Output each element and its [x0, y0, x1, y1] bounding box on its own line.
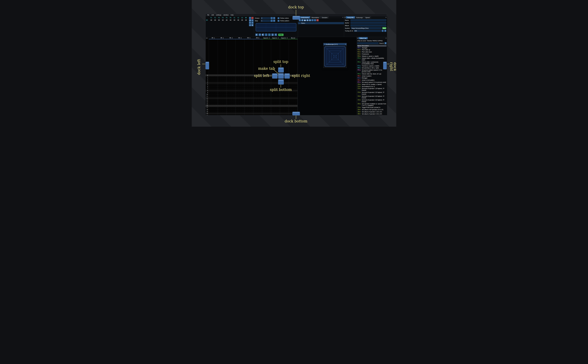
pattern-cell[interactable]: ··· ·· ·· ····	[235, 86, 244, 87]
pattern-cell[interactable]: ··· ·· ·· ····	[280, 109, 289, 110]
pattern-cell[interactable]: ··· ·· ·· ····	[244, 109, 253, 110]
effect-row-04xy[interactable]: 04xyVibrato (x: speed; y: depth)	[357, 55, 387, 57]
pattern-cell[interactable]: ··· ·· ·· ····	[244, 86, 253, 87]
pattern-cell[interactable]: ··· ·· ·· ····	[218, 82, 227, 84]
pattern-cell[interactable]: ··· ·· ·· ····	[226, 88, 235, 89]
pattern-cell[interactable]: ··· ·· ·· ····	[235, 107, 244, 108]
pattern-cell[interactable]: ··· ·· ·· ····	[209, 88, 218, 89]
tuning-decrease-button[interactable]: -	[382, 30, 384, 32]
author-input[interactable]	[350, 22, 386, 24]
pattern-cell[interactable]: ··· ·· ·· ····	[226, 113, 235, 114]
pattern-cell[interactable]: ··· ·· ·· ····	[253, 111, 262, 112]
oscilloscope-collapse-icon[interactable]: ▼	[324, 44, 325, 45]
pattern-cell[interactable]: ··· ·· ·· ····	[280, 103, 289, 104]
pattern-cell[interactable]: ··· ·· ·· ····	[209, 107, 218, 108]
remove-order-button[interactable]: −	[251, 17, 253, 19]
pattern-cell[interactable]: ··· ·· ·· ····	[271, 101, 280, 103]
dock-target-split-top[interactable]	[278, 67, 284, 72]
order-value-s3[interactable]: 00	[240, 20, 244, 21]
pattern-cell[interactable]: ··· ·· ·· ····	[209, 98, 218, 99]
pattern-expand-corner[interactable]: ++	[205, 37, 209, 39]
pattern-cell[interactable]: ··· ·· ·· ····	[218, 98, 227, 99]
pattern-cell[interactable]: ··· ·· ·· ····	[218, 78, 227, 80]
pattern-cell[interactable]: ··· ·· ·· ····	[244, 101, 253, 103]
pattern-cell[interactable]: ··· ·· ·· ····	[209, 96, 218, 97]
effect-row-19xx[interactable]: 19xxSet attack of all operators (0 to 1F…	[357, 109, 387, 111]
move-instrument-down-button[interactable]: ↓	[314, 19, 316, 21]
pattern-cell[interactable]: ··· ·· ·· ····	[226, 86, 235, 87]
octave-decrease-button[interactable]: -	[271, 17, 273, 19]
effect-search-input[interactable]	[357, 42, 379, 44]
pattern-cell[interactable]: ··· ·· ·· ····	[235, 96, 244, 97]
effect-row-06xy[interactable]: 06xyVolume slide + portamento (compatibi…	[357, 61, 387, 65]
effect-row-15xx[interactable]: 15xxSet level of operator 4 (0 highest, …	[357, 99, 387, 103]
pattern-cell[interactable]: ··· ·· ·· ····	[262, 84, 271, 85]
pattern-cell[interactable]: ··· ·· ·· ····	[235, 92, 244, 93]
pattern-cell[interactable]: ··· ·· ·· ····	[253, 80, 262, 82]
dock-target-make-tab[interactable]	[278, 73, 284, 79]
pattern-cell[interactable]: ··· ·· ·· ····	[262, 80, 271, 82]
dock-target-split-right[interactable]	[284, 73, 290, 78]
pattern-cell[interactable]: ··· ·· ·· ····	[253, 105, 262, 106]
oscilloscope-close-icon[interactable]: ×	[345, 43, 346, 45]
pattern-cell[interactable]: ··· ·· ·· ····	[209, 101, 218, 103]
pattern-cell[interactable]: ··· ·· ·· ····	[226, 92, 235, 93]
order-value-f6[interactable]: 00	[229, 20, 232, 21]
pattern-cell[interactable]: ··· ·· ·· ····	[289, 80, 297, 82]
pattern-cell[interactable]: ··· ·· ·· ····	[280, 113, 289, 114]
instrument-list-item[interactable]: ○- None -	[298, 22, 344, 24]
pattern-cell[interactable]: ··· ·· ·· ····	[262, 92, 271, 93]
pattern-cell[interactable]: ··· ·· ·· ····	[235, 80, 244, 82]
octave-increase-button[interactable]: +	[273, 17, 275, 19]
pattern-cell[interactable]: ··· ·· ·· ····	[244, 107, 253, 108]
pattern-cell[interactable]: ··· ·· ·· ····	[226, 107, 235, 108]
pattern-cell[interactable]: ··· ·· ·· ····	[253, 98, 262, 99]
pattern-cell[interactable]: ··· ·· ·· ····	[235, 90, 244, 91]
pattern-cell[interactable]: ··· ·· ·· ····	[218, 92, 227, 93]
pattern-cell[interactable]: ··· ·· ·· ····	[218, 111, 227, 112]
pattern-cell[interactable]: ··· ·· ·· ····	[253, 90, 262, 91]
follow-pattern-checkbox[interactable]: ✓	[278, 20, 279, 22]
channel-header-square-1[interactable]: Square 1	[262, 37, 271, 39]
pattern-cell[interactable]: ··· ·· ·· ····	[244, 113, 253, 114]
channel-header-square-2[interactable]: Square 2	[271, 37, 280, 39]
pattern-cell[interactable]: ··· ·· ·· ····	[226, 94, 235, 95]
pattern-cell[interactable]: ··· ·· ·· ····	[271, 103, 280, 104]
pattern-cell[interactable]: ··· ·· ·· ····	[289, 92, 297, 93]
pattern-cell[interactable]: ··· ·· ·· ····	[218, 88, 227, 89]
effect-row-02xx[interactable]: 02xxPitch slide down	[357, 51, 387, 53]
pattern-cell[interactable]: ··· ·· ·· ····	[235, 84, 244, 85]
pattern-cell[interactable]: ··· ·· ·· ····	[262, 82, 271, 84]
pattern-cell[interactable]: ··· ·· ·· ····	[226, 90, 235, 91]
pattern-cell[interactable]: ··· ·· ·· ····	[226, 109, 235, 110]
pattern-cell[interactable]: ··· ·· ·· ····	[209, 84, 218, 85]
pattern-cell[interactable]: ··· ·· ·· ····	[289, 99, 297, 101]
pattern-cell[interactable]: ··· ·· ·· ····	[218, 103, 227, 104]
pattern-cell[interactable]: ··· ·· ·· ····	[244, 75, 253, 76]
pattern-cell[interactable]: ··· ·· ·· ····	[271, 86, 280, 87]
effect-row-14xx[interactable]: 14xxSet level of operator 3 (0 highest, …	[357, 95, 387, 99]
pattern-cell[interactable]: ··· ·· ·· ····	[262, 109, 271, 110]
tuning-input[interactable]: 440	[354, 30, 381, 32]
effect-row-0Bxx[interactable]: 0BxxJump to pattern	[357, 75, 387, 77]
step-one-row-button[interactable]: ↓	[265, 33, 267, 36]
pattern-cell[interactable]: ··· ·· ·· ····	[209, 113, 218, 114]
pattern-cell[interactable]: ··· ·· ·· ····	[262, 115, 271, 115]
pattern-cell[interactable]: ··· ·· ·· ····	[253, 115, 262, 115]
repeat-pattern-button[interactable]: ↻	[275, 33, 277, 36]
tab-instruments[interactable]: Instruments	[300, 16, 310, 19]
menu-edit[interactable]: edit	[211, 14, 215, 16]
orders-row[interactable]: 00 00000000000000000000	[206, 20, 248, 21]
menu-file[interactable]: file	[206, 14, 210, 16]
pattern-cell[interactable]: ··· ·· ·· ····	[289, 84, 297, 85]
pattern-cell[interactable]: ··· ·· ·· ····	[271, 107, 280, 108]
step-input[interactable]: 1	[261, 20, 270, 22]
pattern-cell[interactable]: ··· ·· ·· ····	[253, 109, 262, 110]
pattern-cell[interactable]: ··· ·· ·· ····	[280, 94, 289, 95]
duplicate-order-end-button[interactable]: ⇓	[251, 22, 253, 24]
pattern-cell[interactable]: ··· ·· ·· ····	[289, 101, 297, 103]
order-value-f5[interactable]: 00	[225, 20, 229, 21]
pattern-cell[interactable]: ··· ·· ·· ····	[235, 94, 244, 95]
poly-toggle-button[interactable]: Poly	[278, 34, 284, 36]
pattern-cell[interactable]: ··· ·· ·· ····	[289, 105, 297, 106]
